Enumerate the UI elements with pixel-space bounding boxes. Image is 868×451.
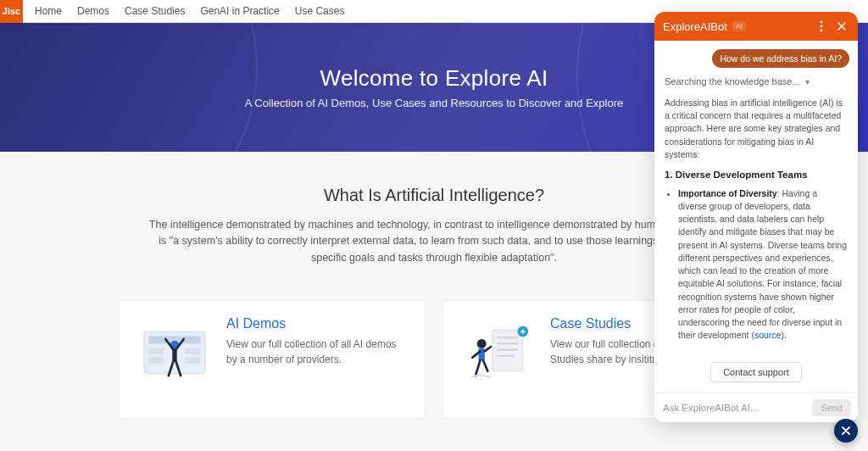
chat-widget: ExploreAIBot AI How do we address bias i… [654, 12, 858, 422]
answer-heading-1: 1. Diverse Development Teams [665, 168, 848, 182]
svg-line-21 [483, 360, 487, 371]
brand-logo[interactable]: Jisc [0, 0, 23, 23]
card-text: AI Demos View our full collection of all… [226, 316, 408, 367]
nav-genai-practice[interactable]: GenAI in Practice [200, 5, 279, 17]
nav-use-cases[interactable]: Use Cases [295, 5, 345, 17]
chat-ai-badge: AI [732, 21, 747, 31]
svg-point-25 [821, 25, 823, 28]
svg-rect-5 [186, 358, 201, 364]
section-body: The intelligence demonstrated by machine… [146, 217, 722, 266]
answer-heading-2: 2. Comprehensive Data Practices [665, 348, 848, 350]
chat-input-row: Send [654, 393, 858, 422]
close-icon[interactable] [834, 19, 849, 34]
status-text: Searching the knowledge base... [665, 76, 800, 86]
hero-subtitle: A Collection of AI Demos, Use Cases and … [245, 97, 624, 109]
source-link-1[interactable]: source [754, 330, 782, 340]
svg-rect-19 [479, 348, 485, 360]
demos-illustration [136, 316, 213, 393]
hero-title: Welcome to Explore AI [320, 65, 548, 92]
assistant-answer: Addressing bias in artificial intelligen… [663, 97, 849, 350]
bullet-1-text: : Having a diverse group of developers, … [678, 188, 847, 340]
svg-rect-2 [148, 348, 164, 354]
svg-point-18 [477, 339, 487, 348]
svg-point-26 [821, 30, 823, 32]
nav-case-studies[interactable]: Case Studies [125, 5, 185, 17]
status-row[interactable]: Searching the knowledge base... ▾ [663, 75, 849, 90]
answer-intro: Addressing bias in artificial intelligen… [665, 97, 848, 161]
nav-home[interactable]: Home [35, 5, 62, 17]
kebab-menu-icon[interactable] [814, 19, 829, 34]
card-ai-demos[interactable]: AI Demos View our full collection of all… [119, 300, 426, 419]
chat-input[interactable] [661, 402, 805, 414]
bullet-1-label: Importance of Diversity [678, 188, 777, 198]
chat-header: ExploreAIBot AI [654, 12, 858, 41]
card-title: AI Demos [226, 316, 408, 331]
chevron-down-icon: ▾ [805, 77, 810, 86]
svg-line-23 [485, 347, 491, 351]
contact-support-button[interactable]: Contact support [710, 362, 802, 382]
answer-bullet-1: Importance of Diversity: Having a divers… [678, 187, 848, 342]
svg-rect-3 [148, 358, 164, 364]
send-button[interactable]: Send [812, 399, 851, 416]
card-body: View our full collection of all AI demos… [226, 337, 408, 367]
bullet-1-tail: ). [781, 330, 786, 340]
cases-illustration [460, 316, 537, 393]
chat-title: ExploreAIBot [663, 20, 727, 33]
nav-demos[interactable]: Demos [77, 5, 109, 17]
chat-body: How do we address bias in AI? Searching … [654, 41, 858, 393]
support-row: Contact support [663, 357, 849, 389]
svg-line-20 [476, 360, 480, 376]
user-message: How do we address bias in AI? [712, 49, 849, 68]
chat-fab-close[interactable] [834, 419, 858, 443]
svg-rect-4 [186, 348, 201, 354]
svg-point-24 [821, 21, 823, 24]
main-nav: Home Demos Case Studies GenAI in Practic… [35, 5, 344, 17]
